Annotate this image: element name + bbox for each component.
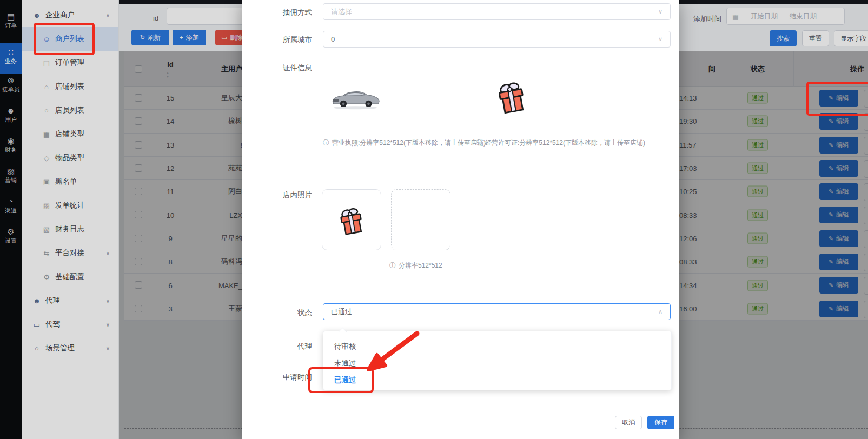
cancel-button[interactable]: 取消 (615, 416, 642, 429)
photo-caption: ⓘ 分辨率512*512 (389, 261, 442, 270)
option-pending[interactable]: 待审核 (323, 338, 671, 355)
shop-photo-card[interactable] (322, 189, 381, 250)
chevron-up-icon: ∧ (658, 308, 662, 315)
commission-label: 抽佣方式 (263, 8, 312, 17)
business-permit-image[interactable] (492, 76, 531, 117)
edit-merchant-dialog: 抽佣方式 请选择 ∨ 所属城市 0 ∨ 证件信息 (242, 0, 679, 439)
save-button[interactable]: 保存 (647, 416, 674, 429)
apply-time-label: 申请时间 (263, 373, 312, 382)
shop-photo-image (335, 202, 368, 238)
info-icon: ⓘ (323, 138, 329, 148)
photo-upload-box[interactable] (391, 189, 450, 250)
status-value: 已通过 (331, 307, 352, 317)
certificates-label: 证件信息 (263, 63, 312, 73)
chevron-down-icon: ∨ (658, 36, 662, 43)
agent-label: 代理 (263, 342, 312, 351)
license-caption: ⓘ 营业执照:分辨率512*512(下版本移除，请上传至店铺) (323, 138, 486, 148)
app-root: ▤订单 ∷业务 ⊚接单员 ☻用户 ◉财务 ▨营销 ◔渠道 ⚙设置 ☻ 企业商户 … (0, 0, 868, 439)
business-license-image[interactable] (329, 81, 382, 112)
commission-placeholder: 请选择 (331, 7, 352, 17)
permit-caption: ⓘ 经营许可证:分辨率512*512(下版本移除，请上传至店铺) (476, 138, 645, 148)
option-approved[interactable]: 已通过 (323, 372, 671, 388)
city-value: 0 (331, 35, 335, 43)
city-select[interactable]: 0 ∨ (323, 31, 671, 48)
status-label: 状态 (263, 308, 312, 318)
chevron-down-icon: ∨ (658, 8, 662, 15)
status-dropdown: 待审核 未通过 已通过 (323, 331, 672, 390)
info-icon: ⓘ (389, 261, 396, 270)
status-select[interactable]: 已通过 ∧ (323, 303, 671, 320)
info-icon: ⓘ (476, 138, 482, 148)
city-label: 所属城市 (263, 35, 312, 45)
commission-select[interactable]: 请选择 ∨ (323, 3, 671, 20)
dropdown-notch (339, 328, 347, 336)
shop-photos-label: 店内照片 (263, 190, 312, 200)
option-rejected[interactable]: 未通过 (323, 355, 671, 371)
